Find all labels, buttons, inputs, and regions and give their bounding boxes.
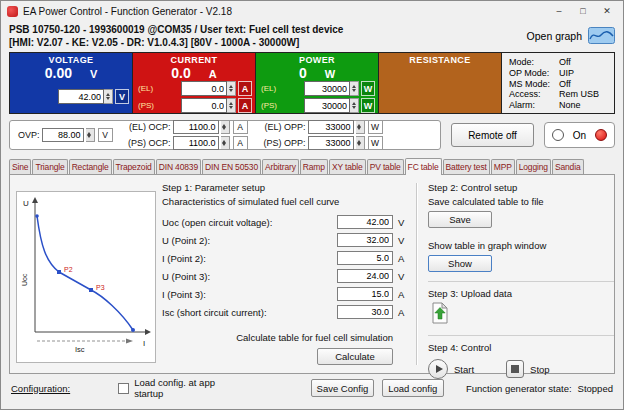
on-label: On: [573, 130, 586, 141]
load-config-button[interactable]: Load config: [382, 379, 444, 397]
tab-arbitrary[interactable]: Arbitrary: [262, 159, 299, 174]
tab-pv-table[interactable]: PV table: [367, 159, 404, 174]
u-point3-input[interactable]: [337, 269, 393, 283]
power-el-set-input[interactable]: [304, 81, 350, 96]
i-point3-input[interactable]: [337, 287, 393, 301]
generator-state-value: Stopped: [578, 383, 613, 394]
ps-ocp-unit: A: [233, 136, 248, 150]
tab-fc-table[interactable]: FC table: [405, 158, 442, 175]
tab-din-en-50530[interactable]: DIN EN 50530: [202, 159, 261, 174]
power-ps-set-input[interactable]: [304, 98, 350, 113]
calculate-button[interactable]: Calculate: [317, 348, 393, 365]
remote-off-button[interactable]: Remote off: [451, 123, 533, 147]
horizontal-separator: [428, 335, 614, 336]
u-point2-label: U (Point 2):: [162, 235, 337, 246]
tab-sine[interactable]: Sine: [9, 159, 31, 174]
uoc-unit: V: [398, 217, 410, 228]
show-button[interactable]: Show: [428, 255, 492, 272]
start-label: Start: [454, 364, 474, 375]
tab-mpp[interactable]: MPP: [491, 159, 515, 174]
fc-table-page: P2 P3 U I Uoc Isc Step 1: Parameter setu…: [9, 174, 615, 374]
calculate-table-label: Calculate table for fuel cell simulation: [162, 332, 410, 343]
el-opp-input[interactable]: [308, 120, 354, 134]
current-panel: CURRENT 0.0 A (EL) A (PS) A: [133, 53, 256, 113]
ps-ocp-spinner[interactable]: [221, 136, 230, 150]
tab-din-40839[interactable]: DIN 40839: [156, 159, 201, 174]
param-row: U (Point 3): V: [162, 269, 410, 283]
fuel-cell-parameters: Uoc (open circuit voltage): V U (Point 2…: [162, 215, 410, 319]
u-point3-unit: V: [398, 271, 410, 282]
open-graph-button[interactable]: Open graph: [527, 23, 615, 44]
tab-logging[interactable]: Logging: [516, 159, 551, 174]
ps-ocp-input[interactable]: [173, 136, 219, 150]
save-table-label: Save calculated table to file: [428, 196, 614, 207]
red-led-icon: [595, 129, 607, 141]
voltage-set-input[interactable]: [58, 89, 104, 104]
el-ocp-input[interactable]: [173, 120, 219, 134]
tab-ramp[interactable]: Ramp: [300, 159, 328, 174]
power-el-spinner[interactable]: [350, 81, 359, 96]
param-row: Uoc (open circuit voltage): V: [162, 215, 410, 229]
configuration-link[interactable]: Configuration:: [11, 383, 70, 394]
fuel-cell-curve-preview: P2 P3 U I Uoc Isc: [16, 191, 156, 363]
i-point2-unit: A: [398, 253, 410, 264]
tab-battery-test[interactable]: Battery test: [443, 159, 490, 174]
current-actual-value: 0.0: [171, 65, 190, 81]
save-button[interactable]: Save: [428, 211, 492, 228]
device-status-panel: Mode:Off OP Mode:UIP MS Mode:Off Access:…: [502, 53, 614, 113]
param-row: Isc (short circuit current): A: [162, 305, 410, 319]
tab-rectangle[interactable]: Rectangle: [69, 159, 112, 174]
y-axis-arrow-icon: [32, 197, 38, 203]
current-el-spinner[interactable]: [227, 81, 236, 96]
u-axis-label: U: [23, 199, 29, 208]
stop-button[interactable]: [506, 360, 524, 378]
window-controls: – □ ✕: [547, 1, 619, 21]
isc-input[interactable]: [337, 305, 393, 319]
app-icon: [7, 6, 18, 17]
generator-state-label: Function generator state:: [466, 383, 572, 394]
ovp-spinner[interactable]: [86, 128, 95, 142]
startup-config-label: Load config. at app startup: [134, 377, 239, 399]
el-ocp-spinner[interactable]: [221, 120, 230, 134]
tab-xy-table[interactable]: XY table: [329, 159, 366, 174]
startup-config-checkbox-group[interactable]: Load config. at app startup: [118, 377, 239, 399]
tab-trapezoid[interactable]: Trapezoid: [113, 159, 155, 174]
close-button[interactable]: ✕: [595, 1, 619, 21]
power-ps-spinner[interactable]: [350, 98, 359, 113]
isc-point: [131, 328, 135, 332]
current-el-label: (EL): [136, 84, 153, 93]
current-ps-label: (PS): [136, 101, 154, 110]
startup-config-checkbox[interactable]: [118, 383, 129, 394]
generator-state: Function generator state: Stopped: [466, 383, 613, 394]
tab-triangle[interactable]: Triangle: [32, 159, 67, 174]
device-header: PSB 10750-120 - 1993600019 @COM35 / User…: [1, 21, 623, 49]
output-on-button[interactable]: On: [544, 122, 615, 148]
uoc-input[interactable]: [337, 215, 393, 229]
resistance-title: RESISTANCE: [379, 53, 501, 65]
i-point2-input[interactable]: [337, 251, 393, 265]
ps-opp-spinner[interactable]: [356, 136, 365, 150]
current-ps-set-input[interactable]: [181, 98, 227, 113]
save-config-button[interactable]: Save Config: [311, 379, 373, 397]
el-opp-unit: W: [368, 120, 383, 134]
voltage-spinner[interactable]: [104, 89, 113, 104]
fuel-cell-curve-svg: P2 P3 U I Uoc Isc: [19, 194, 153, 360]
el-opp-spinner[interactable]: [356, 120, 365, 134]
window-title: EA Power Control - Function Generator - …: [23, 6, 232, 17]
access-label: Access:: [509, 89, 559, 100]
maximize-button[interactable]: □: [571, 1, 595, 21]
u-point2-input[interactable]: [337, 233, 393, 247]
el-opp-label: (EL) OPP:: [262, 122, 306, 132]
el-ocp-unit: A: [233, 120, 248, 134]
current-ps-spinner[interactable]: [227, 98, 236, 113]
protection-panel: OVP: V (EL) OCP: A (PS) OCP: A: [9, 120, 441, 150]
current-el-set-input[interactable]: [181, 81, 227, 96]
ovp-input[interactable]: [42, 128, 84, 142]
tab-sandia[interactable]: Sandia: [552, 159, 584, 174]
minimize-button[interactable]: –: [547, 1, 571, 21]
ps-opp-input[interactable]: [308, 136, 354, 150]
graph-wave-icon: [588, 27, 615, 44]
voltage-actual-value: 0.00: [45, 65, 72, 81]
start-button[interactable]: [428, 359, 448, 379]
upload-data-icon[interactable]: [430, 302, 450, 324]
